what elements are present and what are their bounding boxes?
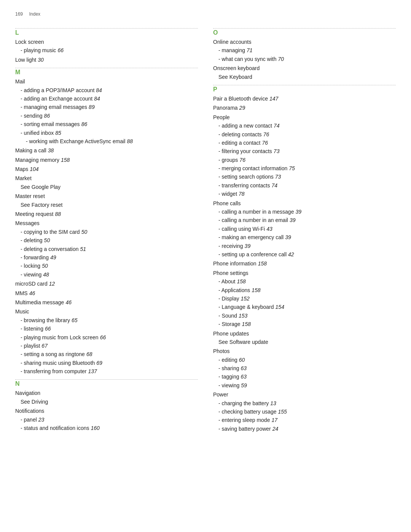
entry-sub: - what can you sync with70 <box>213 55 396 63</box>
page-num: 158 <box>242 321 251 327</box>
page-num: 76 <box>263 131 269 137</box>
section-divider <box>15 68 198 68</box>
entry-sub: - browsing the library65 <box>15 316 198 324</box>
entry-sub: - viewing59 <box>213 381 396 390</box>
index-entry: Maps104 <box>15 165 198 173</box>
entry-main: Messages <box>15 220 40 226</box>
section-divider <box>213 28 396 29</box>
entry-sub: - setting a song as ringtone68 <box>15 350 198 358</box>
entry-sub: - Sound153 <box>213 312 396 320</box>
entry-sub: - listening66 <box>15 324 198 333</box>
entry-sub: - managing71 <box>213 46 396 54</box>
page-num: 17 <box>271 417 277 423</box>
page-num: 78 <box>239 191 245 197</box>
see-also: See Google Play <box>15 183 198 191</box>
entry-sub: - merging contact information75 <box>213 164 396 173</box>
entry-sub: - calling using Wi-Fi43 <box>213 225 396 233</box>
entry-sub: - playlist67 <box>15 342 198 350</box>
entry-sub: - copying to the SIM card50 <box>15 228 198 236</box>
page-num: 154 <box>276 304 284 310</box>
entry-sub: - adding an Exchange account84 <box>15 94 198 103</box>
page-num: 88 <box>127 138 133 144</box>
entry-main: Notifications <box>15 408 44 414</box>
page-num: 152 <box>241 296 249 302</box>
index-entry: Messages- copying to the SIM card50- del… <box>15 219 198 279</box>
page-num: 74 <box>274 123 280 129</box>
section-letter-l: L <box>15 29 198 36</box>
entry-main: Onscreen keyboard <box>213 65 260 71</box>
page-num: 86 <box>44 113 50 119</box>
page-num: 70 <box>278 56 284 62</box>
entry-main: Master reset <box>15 193 45 199</box>
page-num: 66 <box>100 334 106 340</box>
page-num: 60 <box>239 357 245 363</box>
page-num: 84 <box>96 87 102 93</box>
entry-sub: - charging the battery13 <box>213 399 396 407</box>
page-num: 43 <box>266 226 272 232</box>
page-num: 68 <box>86 351 92 357</box>
page-num: 73 <box>275 174 281 180</box>
entry-main: Maps104 <box>15 166 39 172</box>
page-num: 75 <box>289 165 295 171</box>
entry-main: microSD card12 <box>15 281 55 287</box>
entry-main: MMS46 <box>15 290 35 296</box>
page-num: 137 <box>88 368 97 374</box>
page-num: 73 <box>274 148 280 154</box>
index-entry: Panorama29 <box>213 104 396 112</box>
index-entry: Lock screen- playing music66 <box>15 38 198 55</box>
entry-sub: - playing music66 <box>15 46 198 54</box>
entry-sub: - checking battery usage155 <box>213 407 396 416</box>
entry-sub: - deleting contacts76 <box>213 130 396 139</box>
page-num: 88 <box>55 211 61 217</box>
page-num: 158 <box>252 287 260 293</box>
entry-sub: - making an emergency call39 <box>213 233 396 241</box>
page-num: 71 <box>247 47 253 53</box>
entry-sub: - calling a number in a message39 <box>213 208 396 216</box>
section-letter-n: N <box>15 380 198 387</box>
section-divider <box>15 379 198 380</box>
section-letter-p: P <box>213 86 396 93</box>
page-num: 66 <box>45 326 51 332</box>
entry-main: Navigation <box>15 390 40 396</box>
page-num: 24 <box>272 426 279 432</box>
entry-sub: - saving battery power24 <box>213 425 396 433</box>
page-num: 51 <box>80 246 86 252</box>
page-num: 153 <box>239 313 247 319</box>
page-num: 63 <box>241 374 247 380</box>
entry-sub: - managing email messages89 <box>15 103 198 111</box>
index-entry: Phone settings- About158- Applications15… <box>213 269 396 329</box>
entry-main: Meeting request88 <box>15 211 61 217</box>
entry-sub: - viewing48 <box>15 270 198 279</box>
entry-sub: - editing a contact76 <box>213 139 396 147</box>
entry-main: Mail <box>15 78 25 85</box>
entry-sub: - deleting50 <box>15 236 198 244</box>
entry-sub: - setting search options73 <box>213 173 396 181</box>
entry-sub: - sending86 <box>15 112 198 120</box>
page-num: 30 <box>38 57 44 63</box>
entry-sub: - Storage158 <box>213 320 396 328</box>
page-num: 84 <box>94 96 100 102</box>
page-num: 50 <box>44 237 50 243</box>
index-entry: Low light30 <box>15 56 198 64</box>
page-num: 29 <box>239 105 245 111</box>
page-num: 158 <box>258 260 267 267</box>
see-also: See Factory reset <box>15 201 198 209</box>
entry-sub: - Applications158 <box>213 286 396 294</box>
index-entry: Music- browsing the library65- listening… <box>15 307 198 375</box>
page-num: 49 <box>50 254 56 260</box>
entry-sub: - widget78 <box>213 190 396 198</box>
entry-main: Market <box>15 175 32 181</box>
index-entry: MMS46 <box>15 289 198 297</box>
entry-main: Multimedia message46 <box>15 299 72 305</box>
page-num: 158 <box>61 157 70 163</box>
entry-main: People <box>213 114 230 120</box>
index-entry: Online accounts- managing71- what can yo… <box>213 38 396 63</box>
see-also: See Software update <box>213 338 396 346</box>
section-divider <box>213 85 396 85</box>
entry-sub: - editing60 <box>213 356 396 364</box>
entry-sub: - calling a number in an email39 <box>213 216 396 224</box>
entry-sub: - Language & keyboard154 <box>213 303 396 311</box>
page-num: 23 <box>38 417 45 423</box>
page-num: 155 <box>278 409 287 415</box>
page-num: 158 <box>237 278 245 284</box>
